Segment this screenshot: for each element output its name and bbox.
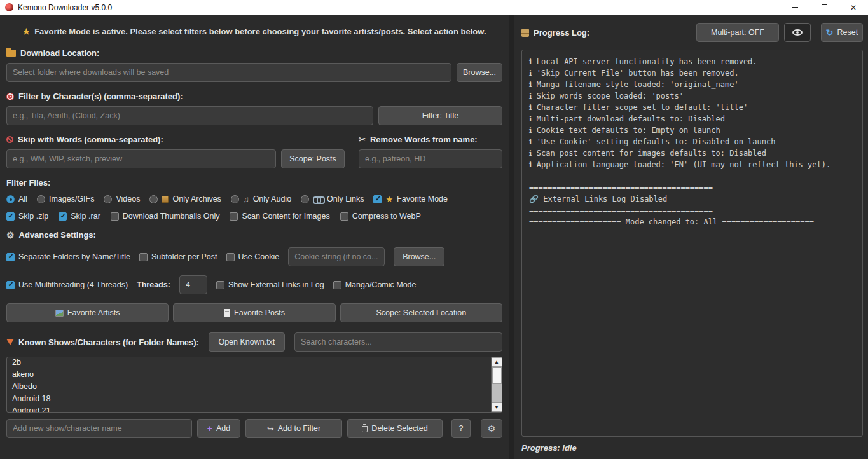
threads-input[interactable] [179, 275, 207, 294]
window-title: Kemono Downloader v5.0.0 [18, 3, 112, 12]
radio-indicator [37, 195, 45, 203]
scrollbar-thumb[interactable] [492, 367, 502, 384]
list-scrollbar[interactable]: ▲ ▼ [491, 357, 502, 412]
list-item[interactable]: akeno [7, 369, 502, 381]
scroll-up-button[interactable]: ▲ [492, 357, 502, 367]
add-to-filter-button[interactable]: ↪ Add to Filter [245, 419, 342, 438]
action-buttons-row: Favorite Artists Favorite Posts Scope: S… [6, 303, 502, 322]
list-item[interactable]: Android 21 [7, 406, 502, 413]
skip-remove-inputs-row: Scope: Posts [6, 149, 502, 168]
browse-download-button[interactable]: Browse... [457, 63, 502, 82]
checkbox-compress-webp[interactable]: Compress to WebP [340, 212, 421, 221]
filter-scope-label: Filter: Title [422, 111, 459, 120]
checkbox-indicator [6, 281, 15, 289]
known-characters-list[interactable]: 2b akeno Albedo Android 18 Android 21 ▲ … [6, 357, 502, 413]
audio-icon: ♫ [243, 195, 249, 203]
help-button[interactable]: ? [451, 419, 471, 438]
file-options-row: Skip .zip Skip .rar Download Thumbnails … [6, 212, 502, 221]
multipart-toggle-button[interactable]: Multi-part: OFF [696, 23, 779, 42]
radio-only-archives[interactable]: Only Archives [149, 195, 221, 203]
log-header: Progress Log: Multi-part: OFF ↻ Reset [521, 23, 863, 42]
checkbox-skip-rar[interactable]: Skip .rar [59, 212, 100, 221]
checkbox-label: Compress to WebP [352, 212, 421, 221]
skip-words-label: Skip with Words (comma-separated): [18, 135, 163, 144]
checkbox-label: Use Cookie [238, 252, 280, 261]
fox-icon [6, 339, 14, 345]
gear-icon: ⚙ [6, 231, 15, 240]
checkbox-use-cookie[interactable]: Use Cookie [226, 252, 280, 261]
checkbox-show-external-links[interactable]: Show External Links in Log [216, 280, 324, 289]
download-location-label: Download Location: [20, 48, 99, 58]
document-icon [224, 309, 230, 317]
checkbox-label: Scan Content for Images [242, 212, 329, 221]
list-item[interactable]: 2b [7, 357, 502, 369]
log-visibility-button[interactable] [784, 23, 811, 42]
radio-only-links[interactable]: Only Links [301, 195, 364, 203]
open-known-label: Open Known.txt [218, 338, 275, 346]
checkbox-separate-folders[interactable]: Separate Folders by Name/Title [6, 252, 130, 261]
maximize-button[interactable] [809, 0, 839, 15]
character-filter-label-row: Filter by Character(s) (comma-separated)… [6, 92, 502, 101]
add-character-input[interactable] [6, 419, 192, 438]
scissors-icon: ✂ [359, 135, 366, 144]
advanced-settings-label-row: ⚙ Advanced Settings: [6, 230, 502, 240]
skip-scope-button[interactable]: Scope: Posts [281, 149, 345, 168]
checkbox-indicator [333, 281, 341, 289]
checkbox-label: Download Thumbnails Only [123, 212, 220, 221]
add-button[interactable]: + Add [197, 419, 240, 438]
folder-icon [6, 50, 16, 57]
radio-only-audio[interactable]: ♫ Only Audio [231, 195, 291, 203]
favorite-artists-button[interactable]: Favorite Artists [6, 303, 169, 322]
browse-cookie-button[interactable]: Browse... [394, 247, 444, 266]
delete-selected-button[interactable]: Delete Selected [347, 419, 443, 438]
no-entry-icon [6, 136, 13, 143]
filter-scope-button[interactable]: Filter: Title [378, 106, 502, 125]
checkbox-label: Subfolder per Post [151, 252, 217, 261]
reset-icon: ↻ [826, 28, 834, 37]
favorite-posts-button[interactable]: Favorite Posts [173, 303, 335, 322]
skip-scope-label: Scope: Posts [289, 154, 336, 163]
download-location-input[interactable] [6, 63, 451, 82]
advanced-row-1: Separate Folders by Name/Title Subfolder… [6, 247, 502, 266]
search-characters-input[interactable] [294, 332, 502, 352]
minimize-button[interactable] [780, 0, 809, 15]
advanced-row-2: Use Multithreading (4 Threads) Threads: … [6, 275, 502, 294]
panel-splitter[interactable] [509, 15, 514, 459]
checkbox-scan-content[interactable]: Scan Content for Images [230, 212, 329, 221]
radio-videos[interactable]: Videos [104, 195, 140, 203]
close-button[interactable]: ✕ [839, 0, 868, 15]
scroll-down-button[interactable]: ▼ [492, 402, 502, 412]
reset-button[interactable]: ↻ Reset [821, 23, 863, 42]
remove-words-input[interactable] [359, 149, 502, 168]
character-filter-input[interactable] [6, 106, 373, 125]
checkbox-manga-mode[interactable]: Manga/Comic Mode [333, 280, 417, 289]
checkbox-favorite-mode[interactable]: ★ Favorite Mode [373, 195, 448, 203]
trash-icon [362, 426, 368, 432]
open-known-txt-button[interactable]: Open Known.txt [209, 332, 285, 352]
remove-words-label: Remove Words from name: [370, 135, 478, 144]
cookie-string-input[interactable] [288, 247, 385, 266]
list-item[interactable]: Android 18 [7, 394, 502, 406]
checkbox-label: Skip .rar [71, 212, 100, 221]
radio-indicator [104, 195, 112, 203]
radio-label: Only Archives [172, 195, 221, 203]
known-header-row: Known Shows/Characters (for Folder Names… [6, 332, 502, 352]
radio-all[interactable]: All [6, 195, 27, 203]
reset-label: Reset [837, 28, 858, 37]
list-item[interactable]: Albedo [7, 381, 502, 394]
log-line: ℹ Local API server functionality has bee… [529, 56, 855, 67]
checkbox-label: Favorite Mode [397, 195, 448, 203]
filter-files-label: Filter Files: [6, 178, 502, 188]
checkbox-skip-zip[interactable]: Skip .zip [6, 212, 48, 221]
skip-words-input[interactable] [6, 149, 276, 168]
checkbox-thumbnails-only[interactable]: Download Thumbnails Only [111, 212, 220, 221]
log-line: ==================== Mode changed to: Al… [529, 216, 855, 228]
character-filter-icon [6, 93, 14, 100]
settings-button[interactable]: ⚙ [481, 419, 502, 438]
progress-log-area[interactable]: ℹ Local API server functionality has bee… [521, 50, 863, 437]
radio-images-gifs[interactable]: Images/GIFs [37, 195, 95, 203]
download-location-label-row: Download Location: [6, 48, 502, 58]
checkbox-subfolder-per-post[interactable]: Subfolder per Post [139, 252, 217, 261]
favorite-scope-button[interactable]: Scope: Selected Location [340, 303, 502, 322]
checkbox-multithreading[interactable]: Use Multithreading (4 Threads) [6, 280, 128, 289]
